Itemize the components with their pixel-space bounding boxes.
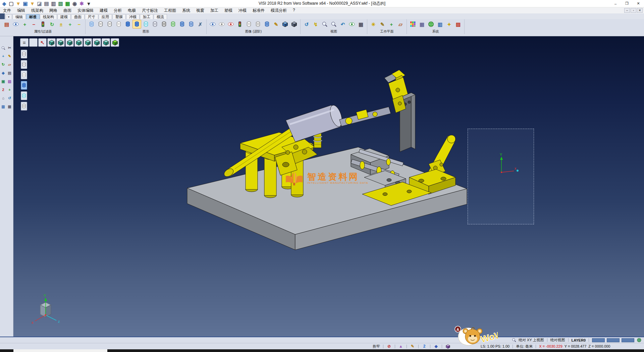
edit-geometry-icon[interactable]: ✎ xyxy=(7,53,12,59)
save-icon[interactable]: ▣ xyxy=(22,1,29,6)
color-palette-icon[interactable] xyxy=(409,20,417,29)
options-panel-icon[interactable]: ▥ xyxy=(436,20,444,29)
child-close-button[interactable]: ✕ xyxy=(637,8,643,13)
calculator-icon[interactable]: ▦ xyxy=(418,20,426,29)
zoom-select-icon[interactable] xyxy=(0,45,6,51)
compare-cylinder-icon[interactable] xyxy=(178,20,186,29)
lock-mode-field[interactable]: 拴牢 xyxy=(372,344,381,349)
minimize-button[interactable]: – xyxy=(610,0,621,7)
shaded-cylinder-icon[interactable] xyxy=(123,20,132,29)
match-properties-icon[interactable] xyxy=(11,20,20,29)
maximize-button[interactable]: ❐ xyxy=(621,0,633,7)
edit-image-icon[interactable]: ✎ xyxy=(272,20,280,29)
wireframe-cylinder-icon[interactable] xyxy=(96,20,105,29)
section-cylinder-icon[interactable] xyxy=(254,20,262,29)
3d-viewport[interactable]: Y x z Y x ≡ ↖ xyxy=(13,36,644,337)
tab-dropdown-button[interactable]: ▾ xyxy=(5,14,12,19)
filter-add-icon[interactable]: + xyxy=(20,20,29,29)
ribbon-tab-10[interactable]: 模流 xyxy=(154,14,167,19)
home-view-icon[interactable]: ⌂ xyxy=(0,95,6,101)
layers-icon[interactable]: ▥ xyxy=(0,104,6,109)
ribbon-tab-2[interactable]: 线架构 xyxy=(40,14,57,19)
extrude-icon[interactable]: ▣ xyxy=(0,79,6,84)
rendered-view-icon[interactable] xyxy=(87,20,96,29)
zoom-flash-icon[interactable]: ↯ xyxy=(311,20,320,29)
import-icon[interactable]: ◪ xyxy=(36,1,43,6)
app-logo-icon[interactable]: ◈ xyxy=(1,1,7,6)
ribbon-tab-6[interactable]: 应用 xyxy=(99,14,112,19)
advanced-traffic-icon[interactable] xyxy=(235,20,244,29)
pick-hand-icon[interactable]: ✦ xyxy=(445,20,453,29)
menu-item-5[interactable]: 实体编辑 xyxy=(74,8,97,13)
render-settings-icon[interactable]: ✗ xyxy=(196,20,205,29)
qat-dropdown-icon[interactable]: ▾ xyxy=(86,1,92,6)
bottom-view-cube-icon[interactable] xyxy=(102,38,110,47)
menu-item-15[interactable]: 冲模 xyxy=(235,8,250,13)
mesh-cylinder-icon[interactable] xyxy=(160,20,168,29)
open-file-icon[interactable]: ▼ xyxy=(15,1,21,6)
menu-item-3[interactable]: 网格 xyxy=(46,8,60,13)
line-weight-block[interactable] xyxy=(622,338,634,342)
menu-item-4[interactable]: 曲面 xyxy=(60,8,74,13)
filter-remove-icon[interactable]: − xyxy=(30,20,38,29)
view-visibility-icon[interactable] xyxy=(347,20,356,29)
ghost-cylinder-icon[interactable] xyxy=(245,20,253,29)
menu-item-6[interactable]: 建模 xyxy=(97,8,111,13)
camera-icon[interactable]: ◉ xyxy=(71,1,78,6)
zoom-extents-icon[interactable] xyxy=(329,20,338,29)
advanced-hide-icon[interactable] xyxy=(217,20,226,29)
plane-icon[interactable]: ▱ xyxy=(7,62,12,68)
iso-view-cube-icon[interactable] xyxy=(47,38,56,47)
arrow-cylinder-icon[interactable] xyxy=(263,20,271,29)
ribbon-tab-4[interactable]: 曲面 xyxy=(71,14,85,19)
menu-item-1[interactable]: 编辑 xyxy=(14,8,28,13)
child-minimize-button[interactable]: – xyxy=(624,8,630,13)
move-icon[interactable]: + xyxy=(0,53,6,59)
mesh-icon[interactable]: ▨ xyxy=(7,79,12,84)
menu-item-10[interactable]: 工程图 xyxy=(161,8,179,13)
view-reference-field[interactable]: 绝对视图 xyxy=(549,338,566,343)
menu-item-12[interactable]: 视窗 xyxy=(193,8,207,13)
menu-item-11[interactable]: 系统 xyxy=(179,8,193,13)
snap-disabled-icon[interactable]: ⊘ xyxy=(385,344,393,349)
blank-view-icon[interactable] xyxy=(29,38,38,47)
workplane-align-icon[interactable]: + xyxy=(387,20,396,29)
menu-item-14[interactable]: 塑模 xyxy=(221,8,235,13)
menu-item-16[interactable]: 标准件 xyxy=(250,8,268,13)
workplane-origin-icon[interactable]: ✳ xyxy=(369,20,378,29)
blue-cube-icon[interactable] xyxy=(281,20,289,29)
red-grid-icon[interactable]: ▨ xyxy=(454,20,463,29)
chisel-tool-icon[interactable]: ✎ xyxy=(409,344,416,349)
delete-render-cylinder-icon[interactable] xyxy=(169,20,177,29)
ribbon-tab-7[interactable]: 塑膜 xyxy=(112,14,126,19)
view-menu-icon[interactable]: ≡ xyxy=(20,38,29,47)
menu-item-2[interactable]: 线架构 xyxy=(28,8,46,13)
child-restore-button[interactable]: ▫ xyxy=(631,8,636,13)
select-pointer-icon[interactable]: ↖ xyxy=(38,38,47,47)
change-attributes-icon[interactable]: ▤ xyxy=(2,20,11,29)
dynamic-rotate-icon[interactable]: ↺ xyxy=(302,20,311,29)
transparent-cylinder-icon[interactable] xyxy=(142,20,150,29)
front-view-cube-icon[interactable] xyxy=(65,38,74,47)
copy-render-cylinder-icon[interactable] xyxy=(187,20,196,29)
add-selection-icon[interactable]: + xyxy=(66,20,74,29)
multi-viewport-icon[interactable]: ▦ xyxy=(357,20,365,29)
workplane-sketch-icon[interactable]: ✎ xyxy=(378,20,387,29)
image-icon[interactable]: ▦ xyxy=(64,1,71,6)
help-2-icon[interactable]: 2 xyxy=(421,344,428,349)
sheet-icon[interactable]: ▤ xyxy=(7,70,12,76)
display-ghost-icon[interactable] xyxy=(21,102,27,111)
package-icon[interactable]: ◆ xyxy=(432,344,440,349)
previous-view-icon[interactable]: ↶ xyxy=(338,20,347,29)
display-wireframe-icon[interactable] xyxy=(21,50,27,58)
flat-shaded-cylinder-icon[interactable] xyxy=(151,20,159,29)
menu-item-9[interactable]: 尺寸标注 xyxy=(139,8,161,13)
system-tools-icon[interactable] xyxy=(427,20,435,29)
ribbon-tab-0[interactable]: 编辑 xyxy=(12,14,26,19)
dark-cube-icon[interactable] xyxy=(290,20,299,29)
ribbon-tab-1[interactable]: 标准 xyxy=(26,14,40,19)
workplane-grid-icon[interactable]: ▱ xyxy=(396,20,405,29)
magic-wand-icon[interactable]: ▲ xyxy=(397,344,405,349)
add-entity-icon[interactable]: + xyxy=(7,87,12,93)
traffic-light-filter-icon[interactable] xyxy=(39,20,47,29)
